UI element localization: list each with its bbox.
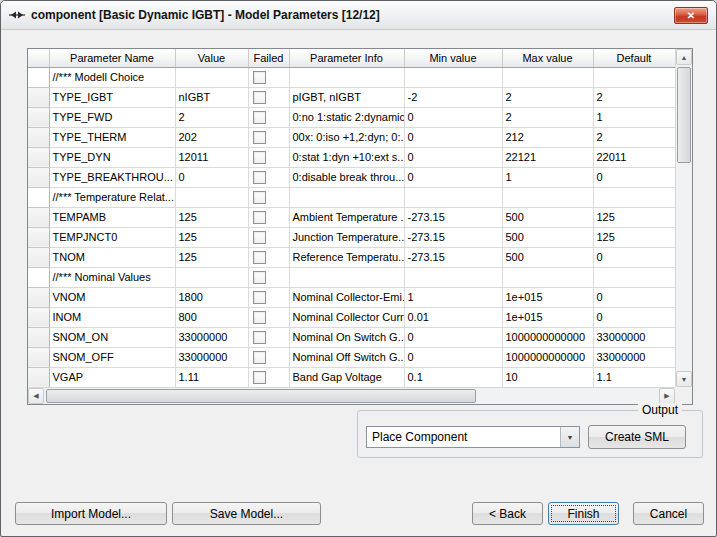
back-button[interactable]: < Back xyxy=(472,502,543,525)
output-group-label: Output xyxy=(638,403,682,417)
row-selector[interactable] xyxy=(28,327,49,347)
failed-checkbox[interactable] xyxy=(253,331,266,344)
param-name-cell[interactable]: TYPE_IGBT xyxy=(49,87,175,107)
horizontal-scrollbar-thumb[interactable] xyxy=(46,389,476,403)
param-name-cell[interactable]: //*** Temperature Relat... xyxy=(49,187,175,207)
failed-checkbox[interactable] xyxy=(253,371,266,384)
param-value-cell[interactable]: 2 xyxy=(175,107,248,127)
title-bar[interactable]: component [Basic Dynamic IGBT] - Model P… xyxy=(1,1,716,30)
param-name-cell[interactable]: //*** Nominal Values xyxy=(49,267,175,287)
param-name-cell[interactable]: TYPE_DYN xyxy=(49,147,175,167)
row-selector[interactable] xyxy=(28,127,49,147)
param-name-cell[interactable]: TYPE_THERM xyxy=(49,127,175,147)
default-value-cell: 125 xyxy=(593,227,675,247)
param-value-cell[interactable]: 12011 xyxy=(175,147,248,167)
model-parameters-dialog: component [Basic Dynamic IGBT] - Model P… xyxy=(0,0,717,537)
param-name-cell[interactable]: //*** Modell Choice xyxy=(49,67,175,87)
row-selector[interactable] xyxy=(28,367,49,387)
param-name-cell[interactable]: SNOM_ON xyxy=(49,327,175,347)
column-header-max-value[interactable]: Max value xyxy=(502,49,593,67)
failed-checkbox[interactable] xyxy=(253,271,266,284)
failed-checkbox[interactable] xyxy=(253,311,266,324)
failed-checkbox[interactable] xyxy=(253,131,266,144)
scroll-right-icon[interactable]: ▶ xyxy=(659,388,675,404)
table-row: SNOM_ON33000000Nominal On Switch G...010… xyxy=(28,327,675,347)
param-value-cell[interactable] xyxy=(175,187,248,207)
header-corner xyxy=(28,49,49,67)
row-selector[interactable] xyxy=(28,347,49,367)
failed-checkbox[interactable] xyxy=(253,151,266,164)
failed-checkbox[interactable] xyxy=(253,191,266,204)
column-header-parameter-name[interactable]: Parameter Name xyxy=(49,49,175,67)
param-name-cell[interactable]: TEMPAMB xyxy=(49,207,175,227)
min-value-cell: 0 xyxy=(404,167,502,187)
scroll-left-icon[interactable]: ◀ xyxy=(28,388,44,404)
param-name-cell[interactable]: TEMPJNCT0 xyxy=(49,227,175,247)
row-selector[interactable] xyxy=(28,147,49,167)
param-info-cell: pIGBT, nIGBT xyxy=(289,87,404,107)
vertical-scrollbar[interactable]: ▲ ▼ xyxy=(675,49,692,387)
row-selector[interactable] xyxy=(28,247,49,267)
row-selector[interactable] xyxy=(28,67,49,87)
row-selector[interactable] xyxy=(28,187,49,207)
param-value-cell[interactable]: 33000000 xyxy=(175,347,248,367)
param-value-cell[interactable]: 125 xyxy=(175,227,248,247)
row-selector[interactable] xyxy=(28,307,49,327)
column-header-parameter-info[interactable]: Parameter Info xyxy=(289,49,404,67)
failed-checkbox[interactable] xyxy=(253,231,266,244)
row-selector[interactable] xyxy=(28,167,49,187)
param-value-cell[interactable]: 0 xyxy=(175,167,248,187)
row-selector[interactable] xyxy=(28,107,49,127)
scroll-up-icon[interactable]: ▲ xyxy=(676,49,692,65)
horizontal-scrollbar[interactable]: ◀ ▶ xyxy=(28,387,675,404)
param-name-cell[interactable]: SNOM_OFF xyxy=(49,347,175,367)
param-info-cell: Nominal On Switch G... xyxy=(289,327,404,347)
param-name-cell[interactable]: TYPE_BREAKTHROU... xyxy=(49,167,175,187)
failed-checkbox[interactable] xyxy=(253,351,266,364)
save-model-button[interactable]: Save Model... xyxy=(172,502,321,525)
cancel-button[interactable]: Cancel xyxy=(633,502,704,525)
param-value-cell[interactable]: 1800 xyxy=(175,287,248,307)
column-header-default[interactable]: Default xyxy=(593,49,675,67)
failed-checkbox[interactable] xyxy=(253,71,266,84)
param-name-cell[interactable]: INOM xyxy=(49,307,175,327)
column-header-value[interactable]: Value xyxy=(175,49,248,67)
close-button[interactable]: ✕ xyxy=(674,7,708,24)
param-value-cell[interactable] xyxy=(175,267,248,287)
create-sml-button[interactable]: Create SML xyxy=(588,425,686,449)
param-value-cell[interactable] xyxy=(175,67,248,87)
row-selector[interactable] xyxy=(28,207,49,227)
failed-checkbox[interactable] xyxy=(253,91,266,104)
row-selector[interactable] xyxy=(28,287,49,307)
table-row: TYPE_FWD20:no 1:static 2:dynamic021 xyxy=(28,107,675,127)
param-name-cell[interactable]: TYPE_FWD xyxy=(49,107,175,127)
min-value-cell: -273.15 xyxy=(404,227,502,247)
param-value-cell[interactable]: 125 xyxy=(175,247,248,267)
param-value-cell[interactable]: nIGBT xyxy=(175,87,248,107)
param-name-cell[interactable]: VGAP xyxy=(49,367,175,387)
param-value-cell[interactable]: 202 xyxy=(175,127,248,147)
finish-button[interactable]: Finish xyxy=(548,502,619,525)
row-selector[interactable] xyxy=(28,267,49,287)
param-name-cell[interactable]: TNOM xyxy=(49,247,175,267)
column-header-min-value[interactable]: Min value xyxy=(404,49,502,67)
row-selector[interactable] xyxy=(28,227,49,247)
component-icon xyxy=(9,7,25,23)
failed-checkbox[interactable] xyxy=(253,251,266,264)
param-value-cell[interactable]: 125 xyxy=(175,207,248,227)
failed-checkbox[interactable] xyxy=(253,291,266,304)
failed-checkbox[interactable] xyxy=(253,211,266,224)
param-name-cell[interactable]: VNOM xyxy=(49,287,175,307)
scroll-down-icon[interactable]: ▼ xyxy=(676,371,692,387)
param-value-cell[interactable]: 33000000 xyxy=(175,327,248,347)
place-component-select[interactable]: Place Component ▼ xyxy=(366,426,580,448)
row-selector[interactable] xyxy=(28,87,49,107)
param-value-cell[interactable]: 1.11 xyxy=(175,367,248,387)
failed-checkbox[interactable] xyxy=(253,111,266,124)
table-row: INOM800Nominal Collector Curr...0.011e+0… xyxy=(28,307,675,327)
column-header-failed[interactable]: Failed xyxy=(248,49,289,67)
import-model-button[interactable]: Import Model... xyxy=(15,502,167,525)
failed-checkbox[interactable] xyxy=(253,171,266,184)
vertical-scrollbar-thumb[interactable] xyxy=(677,67,691,163)
param-value-cell[interactable]: 800 xyxy=(175,307,248,327)
